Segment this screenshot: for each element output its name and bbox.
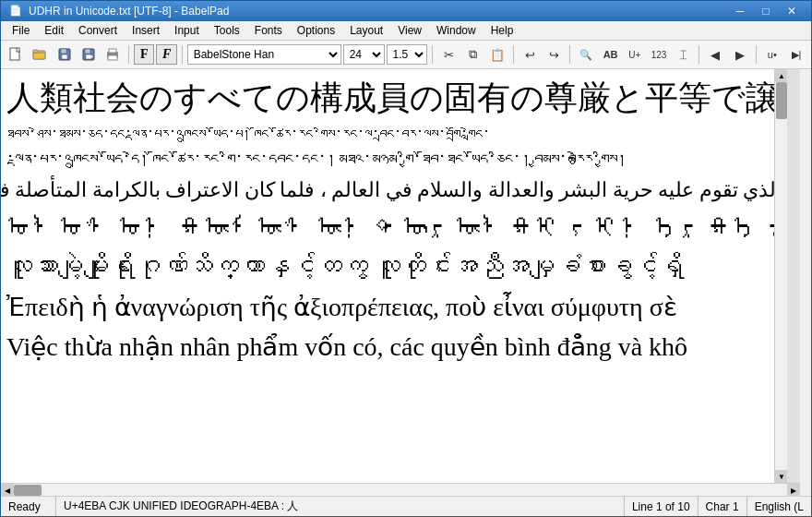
separator-2 bbox=[182, 45, 183, 64]
text-line-8: Việc thừa nhận nhân phẩm vốn có, các quy… bbox=[6, 327, 782, 367]
svg-text:*: * bbox=[90, 54, 93, 61]
separator-7 bbox=[756, 45, 757, 64]
cut-button[interactable]: ✂ bbox=[437, 42, 460, 66]
editor-region: 人類社会のすべての構成員の固有の尊厳と平等で譲ること０ ཐབས་ཤེས་ཐམས་… bbox=[1, 69, 812, 496]
vertical-text-button[interactable]: ⌶ bbox=[672, 42, 694, 66]
status-ready: Ready bbox=[1, 497, 56, 516]
unicode-lookup-button[interactable]: U+ bbox=[624, 42, 646, 66]
menu-insert[interactable]: Insert bbox=[125, 22, 167, 39]
separator-3 bbox=[432, 45, 433, 64]
text-area[interactable]: 人類社会のすべての構成員の固有の尊厳と平等で譲ること０ ཐབས་ཤེས་ཐམས་… bbox=[1, 69, 800, 483]
menu-input[interactable]: Input bbox=[167, 22, 207, 39]
text-line-7: Ἐπειδὴ ἡ ἀναγνώριση τῆς ἀξιοπρέπειας, πο… bbox=[6, 287, 782, 327]
window-controls: ─ □ ✕ bbox=[728, 3, 804, 19]
status-unicode-info: U+4EBA CJK UNIFIED IDEOGRAPH-4EBA : 人 bbox=[56, 497, 625, 516]
vertical-scrollbar[interactable]: ▲ ▼ bbox=[774, 69, 787, 483]
svg-rect-3 bbox=[33, 50, 38, 53]
separator-1 bbox=[128, 45, 129, 64]
maximize-button[interactable]: □ bbox=[754, 3, 778, 19]
menu-file[interactable]: File bbox=[5, 22, 37, 39]
open-file-button[interactable] bbox=[29, 42, 51, 66]
scroll-right-button[interactable]: ▶ bbox=[787, 484, 800, 497]
svg-rect-6 bbox=[62, 54, 67, 59]
save-file-button[interactable] bbox=[53, 42, 75, 66]
text-content: 人類社会のすべての構成員の固有の尊厳と平等で譲ること０ ཐབས་ཤེས་ཐམས་… bbox=[1, 69, 787, 370]
find-button[interactable]: 🔍 bbox=[575, 42, 597, 66]
font-name-select[interactable]: BabelStone Han bbox=[187, 44, 341, 65]
status-bar: Ready U+4EBA CJK UNIFIED IDEOGRAPH-4EBA … bbox=[1, 496, 811, 516]
status-line-info: Line 1 of 10 bbox=[625, 497, 699, 516]
font-size-select[interactable]: 24 bbox=[343, 44, 385, 65]
svg-rect-13 bbox=[108, 55, 117, 60]
main-window: 📄 UDHR in Unicode.txt [UTF-8] - BabelPad… bbox=[0, 0, 812, 517]
editor-area: 人類社会のすべての構成員の固有の尊厳と平等で譲ること０ ཐབས་ཤེས་ཐམས་… bbox=[1, 69, 812, 496]
unicode-char-button[interactable]: u• bbox=[761, 42, 783, 66]
text-line-3: ་ལྡན་པར་འཁྲུངས་ཡོད་དེ། ཁོང་ཚོར་རང་གི་རང་… bbox=[6, 148, 782, 174]
title-bar: 📄 UDHR in Unicode.txt [UTF-8] - BabelPad… bbox=[1, 1, 811, 21]
text-line-4: ﺍﻟﺬﻱ ﺗﻘﻮﻡ ﻋﻠﻴﻪ ﺣﺮﻳﺔ ﺍﻟﺒﺸﺮ ﻭﺍﻟﻌﺪﺍﻟﺔ ﻭﺍﻟﺴﻼ… bbox=[6, 174, 782, 207]
menu-options[interactable]: Options bbox=[290, 22, 342, 39]
svg-rect-12 bbox=[109, 49, 116, 53]
new-file-icon bbox=[8, 47, 23, 62]
svg-rect-0 bbox=[10, 48, 19, 60]
save-file-icon bbox=[57, 47, 72, 62]
paste-button[interactable]: 📋 bbox=[486, 42, 508, 66]
print-button[interactable] bbox=[102, 42, 124, 66]
text-line-2: ཐབས་ཤེས་ཐམས་ཅད་དང་ལྡན་པར་འཁྲུངས་ཡོད་པ། ཁ… bbox=[6, 124, 782, 148]
horizontal-scrollbar[interactable]: ◀ ▶ bbox=[1, 483, 800, 496]
last-button[interactable]: ▶| bbox=[785, 42, 807, 66]
save-as-icon: * bbox=[81, 47, 96, 62]
close-button[interactable]: ✕ bbox=[780, 3, 804, 19]
menu-edit[interactable]: Edit bbox=[37, 22, 71, 39]
save-as-button[interactable]: * bbox=[78, 42, 100, 66]
text-line-1: 人類社会のすべての構成員の固有の尊厳と平等で譲ること０ bbox=[6, 73, 782, 123]
status-char-info: Char 1 bbox=[699, 497, 747, 516]
redo-button[interactable]: ↪ bbox=[543, 42, 565, 66]
scroll-up-button[interactable]: ▲ bbox=[775, 69, 788, 82]
menu-bar: File Edit Convert Insert Input Tools Fon… bbox=[1, 21, 811, 42]
text-line-5: ᠤᠯᠤᠰ ᠤᠨ ᠬᠦᠮᠦᠰ ᠦᠨ ᠲᠥᠷᠦᠯᠬᠢ ᠶᠢᠨ ᠡᠷᠬᠡ ᠴᠢᠯᠦᠭᠡ… bbox=[6, 207, 782, 246]
find-replace-button[interactable]: AB bbox=[600, 42, 622, 66]
app-icon: 📄 bbox=[8, 4, 23, 18]
copy-button[interactable]: ⧉ bbox=[462, 42, 484, 66]
svg-rect-2 bbox=[33, 53, 45, 59]
separator-5 bbox=[569, 45, 570, 64]
status-lang-info: English (L bbox=[747, 497, 811, 516]
scroll-down-button[interactable]: ▼ bbox=[775, 470, 788, 483]
bold-italic-font-button[interactable]: F bbox=[156, 44, 176, 65]
separator-4 bbox=[513, 45, 514, 64]
hscroll-thumb[interactable] bbox=[14, 485, 42, 496]
menu-window[interactable]: Window bbox=[429, 22, 484, 39]
text-line-6: လူသားမျဲ့မျိုးရိုးဂုဏ်သိက္ကာနှင့်တကွ လူတ… bbox=[6, 246, 782, 286]
svg-rect-5 bbox=[61, 49, 66, 54]
undo-button[interactable]: ↩ bbox=[519, 42, 541, 66]
scroll-left-button[interactable]: ◀ bbox=[1, 484, 14, 497]
decimal-button[interactable]: 123 bbox=[648, 42, 670, 66]
window-title: UDHR in Unicode.txt [UTF-8] - BabelPad bbox=[29, 5, 728, 18]
menu-view[interactable]: View bbox=[390, 22, 429, 39]
minimize-button[interactable]: ─ bbox=[728, 3, 752, 19]
toolbar: * F F BabelStone Han 24 1.5 ✂ ⧉ 📋 ↩ ↪ 🔍 … bbox=[1, 41, 811, 69]
print-icon bbox=[105, 47, 120, 62]
new-file-button[interactable] bbox=[5, 42, 27, 66]
scroll-thumb[interactable] bbox=[776, 82, 787, 119]
prev-button[interactable]: ◀ bbox=[704, 42, 726, 66]
menu-tools[interactable]: Tools bbox=[207, 22, 247, 39]
menu-convert[interactable]: Convert bbox=[71, 22, 125, 39]
menu-help[interactable]: Help bbox=[484, 22, 521, 39]
separator-6 bbox=[699, 45, 699, 64]
bold-font-button[interactable]: F bbox=[134, 44, 154, 65]
menu-layout[interactable]: Layout bbox=[342, 22, 390, 39]
line-spacing-select[interactable]: 1.5 bbox=[387, 44, 428, 65]
menu-fonts[interactable]: Fonts bbox=[247, 22, 290, 39]
open-file-icon bbox=[32, 47, 47, 62]
next-button[interactable]: ▶ bbox=[729, 42, 751, 66]
svg-rect-8 bbox=[85, 49, 90, 54]
